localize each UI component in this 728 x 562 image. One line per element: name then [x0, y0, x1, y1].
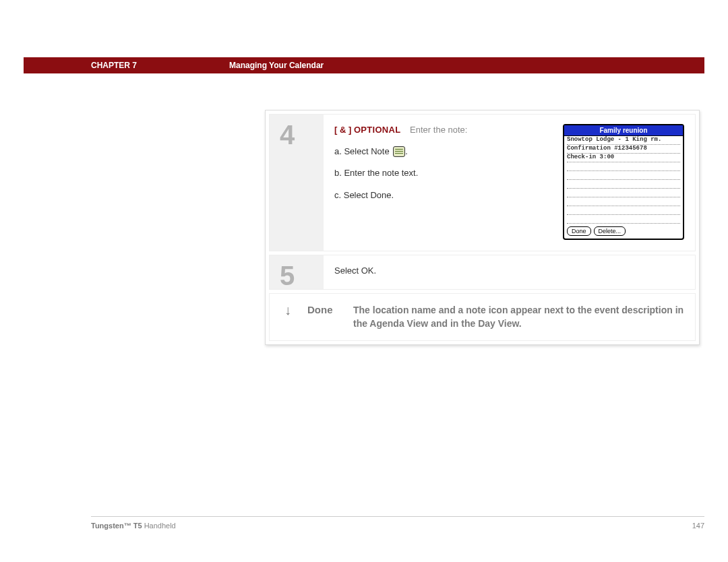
- handheld-done-button[interactable]: Done: [567, 226, 591, 236]
- chapter-header-bar: CHAPTER 7 Managing Your Calendar: [24, 57, 704, 73]
- substep-a: a. Select Note .: [334, 146, 546, 158]
- substep-a-text: a. Select Note: [334, 146, 390, 156]
- note-line-3: Check-in 3:00: [567, 154, 680, 162]
- optional-brackets: [ & ]: [334, 125, 351, 135]
- optional-label: OPTIONAL: [354, 125, 401, 135]
- steps-card: 4 [ & ] OPTIONAL Enter the note: a. Sele…: [265, 110, 700, 345]
- step-text: [ & ] OPTIONAL Enter the note: a. Select…: [334, 124, 546, 240]
- chapter-label: CHAPTER 7: [24, 61, 229, 70]
- page-number: 147: [692, 522, 704, 530]
- product-name-bold: Tungsten™ T5: [91, 522, 142, 530]
- handheld-screenshot: Family reunion Snowtop Lodge - 1 King rm…: [563, 124, 684, 240]
- done-description: The location name and a note icon appear…: [353, 303, 684, 331]
- step-number: 4: [270, 115, 324, 148]
- note-line-blank: [567, 206, 680, 215]
- step-body: [ & ] OPTIONAL Enter the note: a. Select…: [324, 115, 695, 251]
- step-number-column: 5: [270, 255, 324, 289]
- note-icon: [393, 146, 405, 157]
- note-line-1: Snowtop Lodge - 1 King rm.: [567, 136, 680, 145]
- step-text: Select OK.: [334, 265, 684, 278]
- handheld-note-area: Snowtop Lodge - 1 King rm. Confirmation …: [564, 136, 683, 224]
- note-line-blank: [567, 189, 680, 197]
- step-body: Select OK.: [324, 255, 695, 289]
- chapter-title: Managing Your Calendar: [229, 61, 324, 70]
- handheld-delete-button[interactable]: Delete...: [594, 226, 626, 236]
- product-name-rest: Handheld: [142, 522, 176, 530]
- note-line-blank: [567, 180, 680, 189]
- substep-c: c. Select Done.: [334, 189, 546, 201]
- substep-b: b. Enter the note text.: [334, 167, 546, 179]
- handheld-title: Family reunion: [564, 125, 683, 136]
- step-number-column: 4: [270, 115, 324, 251]
- step-intro: [ & ] OPTIONAL Enter the note:: [334, 124, 546, 136]
- done-row: ↓ Done The location name and a note icon…: [269, 293, 696, 341]
- period: .: [405, 146, 408, 156]
- done-label: Done: [307, 303, 341, 331]
- note-line-blank: [567, 171, 680, 180]
- handheld-button-row: Done Delete...: [564, 224, 683, 239]
- page-footer: Tungsten™ T5 Handheld 147: [91, 516, 704, 530]
- note-line-2: Confirmation #12345678: [567, 145, 680, 154]
- step-5: 5 Select OK.: [269, 255, 696, 290]
- manual-page: CHAPTER 7 Managing Your Calendar 4 [ & ]…: [0, 0, 728, 562]
- step-number: 5: [270, 255, 324, 289]
- step-4: 4 [ & ] OPTIONAL Enter the note: a. Sele…: [269, 114, 696, 251]
- note-line-blank: [567, 197, 680, 206]
- note-line-blank: [567, 215, 680, 224]
- product-name: Tungsten™ T5 Handheld: [91, 522, 176, 530]
- down-arrow-icon: ↓: [280, 303, 295, 331]
- note-line-blank: [567, 162, 680, 171]
- step-intro-text: Enter the note:: [403, 125, 467, 135]
